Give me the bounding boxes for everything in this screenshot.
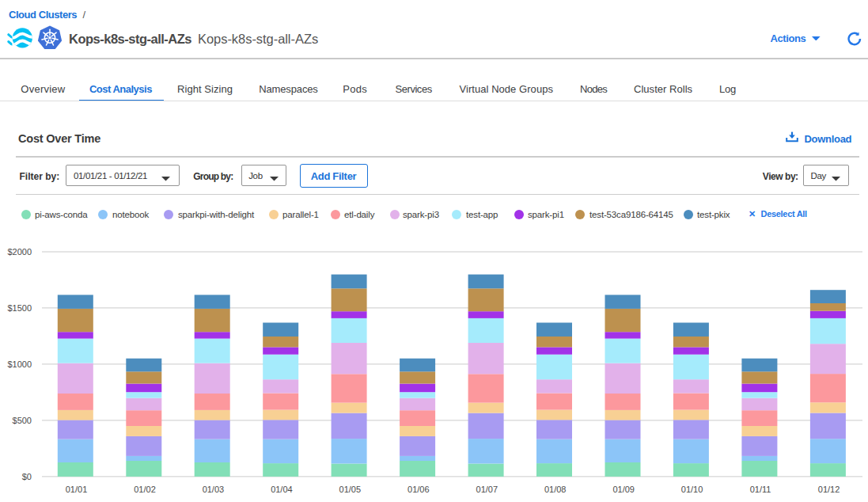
svg-text:01/06: 01/06 <box>407 485 430 494</box>
svg-text:01/02: 01/02 <box>134 485 156 494</box>
svg-text:$0: $0 <box>22 472 32 481</box>
svg-text:01/11: 01/11 <box>750 485 771 494</box>
svg-text:01/07: 01/07 <box>476 485 498 494</box>
svg-text:$1500: $1500 <box>7 303 32 313</box>
svg-text:$500: $500 <box>13 416 32 425</box>
svg-text:01/12: 01/12 <box>818 485 840 494</box>
svg-text:01/03: 01/03 <box>203 485 225 494</box>
svg-text:$2000: $2000 <box>7 247 32 257</box>
svg-text:$1000: $1000 <box>7 359 32 369</box>
svg-text:01/04: 01/04 <box>271 485 293 494</box>
svg-text:01/10: 01/10 <box>681 485 703 494</box>
svg-text:01/05: 01/05 <box>339 485 362 494</box>
svg-text:01/09: 01/09 <box>612 485 635 494</box>
svg-text:01/01: 01/01 <box>66 485 88 494</box>
svg-text:01/08: 01/08 <box>544 485 567 494</box>
